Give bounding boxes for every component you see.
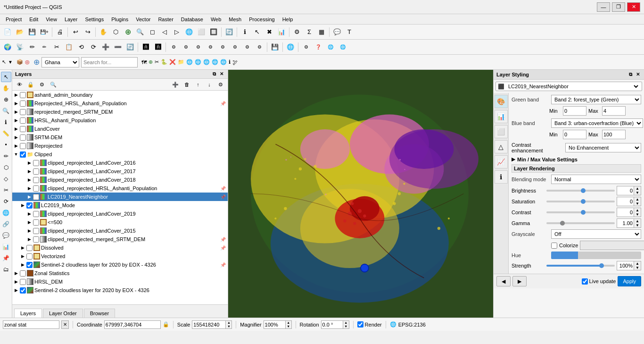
blending-select[interactable]: Normal bbox=[551, 175, 641, 184]
minimize-button[interactable]: — bbox=[597, 2, 610, 12]
layer-checkbox[interactable] bbox=[20, 279, 26, 285]
coordinate-input[interactable] bbox=[104, 320, 161, 329]
styling-forward-button[interactable]: ▶ bbox=[512, 276, 527, 286]
wms-button[interactable]: 📡 bbox=[14, 42, 25, 53]
tool-draw-point[interactable]: • bbox=[1, 140, 11, 150]
d-btn1[interactable]: ⚙ bbox=[168, 42, 179, 53]
layer-expand-btn[interactable]: ▶ bbox=[20, 262, 25, 268]
rotation-spin-up[interactable]: ▲ bbox=[343, 321, 349, 325]
layer-checkbox[interactable] bbox=[26, 202, 33, 209]
layer-expand-btn[interactable]: ▶ bbox=[26, 228, 32, 234]
layer-checkbox[interactable] bbox=[33, 236, 39, 243]
menu-item-layer[interactable]: Layer bbox=[61, 16, 82, 23]
saturation-spin-down[interactable]: ▼ bbox=[634, 201, 641, 206]
styling-tab-raster[interactable]: 📊 bbox=[495, 110, 508, 123]
identify-button[interactable]: ℹ bbox=[239, 26, 250, 38]
sigma-button[interactable]: Σ bbox=[304, 26, 315, 38]
hue-gradient[interactable] bbox=[551, 252, 641, 259]
layer-expand-btn[interactable]: ▶ bbox=[13, 101, 19, 106]
layer-expand-btn[interactable]: ▶ bbox=[20, 245, 25, 251]
globe2-button[interactable]: 🌐 bbox=[285, 42, 296, 53]
layer-item[interactable]: ▶LC2019_Mode bbox=[12, 201, 228, 210]
remove-layer-button[interactable]: 🗑 bbox=[182, 80, 192, 89]
tool-map-tip[interactable]: 💬 bbox=[1, 230, 11, 241]
layer-expand-btn[interactable]: ▶ bbox=[13, 279, 19, 285]
styling-float-button[interactable]: ⧉ bbox=[627, 72, 634, 77]
live-update-checkbox[interactable]: Live update bbox=[582, 278, 616, 285]
layer-pin-icon[interactable]: 📌 bbox=[219, 185, 227, 192]
add-layer-button[interactable]: ➕ bbox=[170, 80, 181, 89]
magnifier-spin-up[interactable]: ▲ bbox=[286, 321, 291, 325]
layer-expand-btn[interactable]: ▶ bbox=[26, 177, 32, 183]
styling-tab-info[interactable]: ℹ bbox=[495, 170, 508, 184]
location-select[interactable]: Ghana bbox=[41, 57, 79, 67]
tool-chart[interactable]: 📊 bbox=[1, 242, 11, 252]
redo-button[interactable]: ↪ bbox=[82, 26, 93, 38]
map-icon-10[interactable]: 🌐 bbox=[212, 59, 218, 65]
layer-item[interactable]: ▶reprojected_merged_SRTM_DEM bbox=[12, 108, 228, 116]
blue-min-input[interactable] bbox=[563, 130, 586, 139]
gamma-spin-down[interactable]: ▼ bbox=[634, 223, 641, 227]
layer-item[interactable]: ▶ashanti_admin_boundary bbox=[12, 91, 228, 99]
menu-item-vector[interactable]: Vector bbox=[132, 16, 154, 23]
strength-spin-up[interactable]: ▲ bbox=[634, 261, 641, 266]
green-band-select[interactable]: Band 2: forest_type (Green) bbox=[551, 95, 641, 104]
deselect-button[interactable]: ✖ bbox=[264, 26, 275, 38]
d-icon3[interactable]: 🌐 bbox=[325, 42, 336, 53]
contrast-select[interactable]: No Enhancement bbox=[565, 143, 641, 152]
rotate-ccw-button[interactable]: ⟲ bbox=[75, 42, 87, 53]
map-icon-9[interactable]: 🌐 bbox=[203, 59, 210, 65]
map-icon-8[interactable]: 🌐 bbox=[195, 59, 201, 65]
menu-item-processing[interactable]: Processing bbox=[245, 16, 278, 23]
layer-item[interactable]: ▶SRTM-DEM bbox=[12, 133, 228, 142]
layer-checkbox[interactable] bbox=[20, 151, 26, 158]
layer-expand-btn[interactable]: ▶ bbox=[13, 126, 19, 132]
zoom-layer-button[interactable]: ⬜ bbox=[196, 26, 207, 38]
layer-expand-btn[interactable]: ▶ bbox=[26, 211, 32, 217]
styling-close-button[interactable]: ✕ bbox=[635, 72, 641, 77]
zoom-selection-button[interactable]: 🔲 bbox=[208, 26, 219, 38]
strength-spin-down[interactable]: ▼ bbox=[634, 266, 641, 270]
tool-globe[interactable]: 🌐 bbox=[1, 208, 11, 218]
cut-button[interactable]: ✂ bbox=[51, 42, 62, 53]
render-input[interactable] bbox=[357, 321, 363, 327]
save-as-button[interactable]: 💾+ bbox=[39, 26, 50, 38]
live-update-input[interactable] bbox=[582, 278, 588, 285]
layer-expand-btn[interactable]: ▶ bbox=[26, 219, 32, 225]
tool-split[interactable]: ✂ bbox=[1, 185, 11, 195]
map-icon-7[interactable]: 🌐 bbox=[186, 59, 193, 65]
layer-expand-btn[interactable]: ▶ bbox=[20, 202, 25, 208]
db-btn[interactable]: 💾 bbox=[269, 42, 281, 53]
layer-item[interactable]: ▶LC2019_NearestNeighbor📌 bbox=[12, 193, 228, 201]
pan-arrow-button[interactable]: ⬡ bbox=[110, 26, 121, 38]
layer-expand-btn[interactable]: ▶ bbox=[26, 236, 32, 242]
layer-checkbox[interactable] bbox=[20, 134, 26, 141]
layer-expand-btn[interactable]: ▼ bbox=[13, 151, 19, 157]
open-project-button[interactable]: 📂 bbox=[14, 26, 25, 38]
brightness-input[interactable] bbox=[617, 188, 634, 193]
statusbar-search-clear[interactable]: ✕ bbox=[61, 320, 69, 329]
gamma-spinner[interactable]: ▲ ▼ bbox=[617, 218, 641, 228]
tool-measure[interactable]: 📏 bbox=[1, 128, 11, 139]
map-icon-3[interactable]: ✂ bbox=[155, 59, 159, 65]
blue-max-input[interactable] bbox=[602, 130, 626, 139]
brightness-slider[interactable] bbox=[546, 190, 615, 192]
layer-expand-btn[interactable]: ▶ bbox=[13, 287, 19, 293]
stats-button[interactable]: 📊 bbox=[276, 26, 287, 38]
map-tool-3[interactable]: 📦 bbox=[17, 59, 23, 65]
d-icon4[interactable]: 🌐 bbox=[337, 42, 348, 53]
close-button[interactable]: ✕ bbox=[627, 2, 640, 12]
map-tool-2[interactable]: ▼ bbox=[8, 59, 13, 65]
map-icon-2[interactable]: ⊕ bbox=[149, 59, 153, 65]
grayscale-select[interactable]: Off bbox=[551, 229, 641, 239]
zoom-in-button[interactable]: ⊕ bbox=[122, 26, 133, 38]
layer-item[interactable]: ▶Reprojected bbox=[12, 142, 228, 150]
contrast-slider-ctrl[interactable] bbox=[546, 211, 615, 213]
tips-button[interactable]: 💬 bbox=[331, 26, 343, 38]
tool-draw-line[interactable]: ✏ bbox=[1, 151, 11, 161]
menu-item-mesh[interactable]: Mesh bbox=[225, 16, 245, 23]
layer-expand-btn[interactable]: ▶ bbox=[26, 160, 32, 166]
green-max-input[interactable] bbox=[602, 106, 626, 116]
tool-vertex[interactable]: ◇ bbox=[1, 174, 11, 184]
magnifier-spin-down[interactable]: ▼ bbox=[286, 325, 291, 328]
